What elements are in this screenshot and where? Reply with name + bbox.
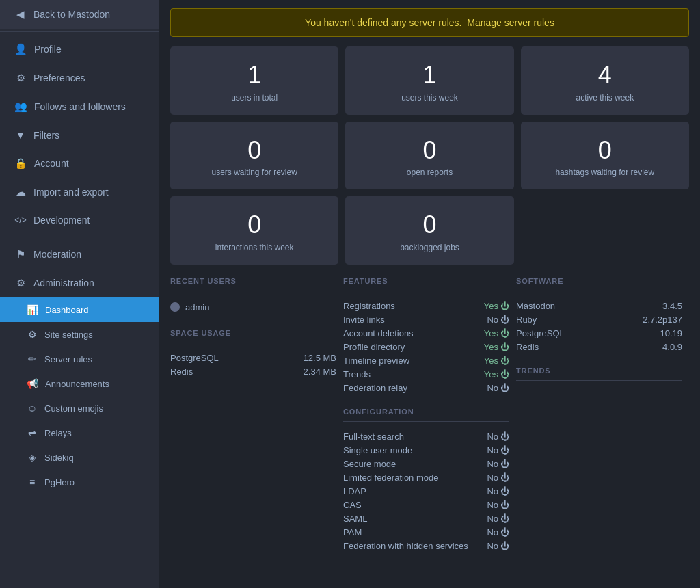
sidebar-item-label: Site settings — [44, 330, 93, 340]
software-name: Ruby — [516, 315, 537, 325]
config-name: PAM — [343, 527, 487, 537]
sidebar-item-label: Relays — [44, 428, 72, 438]
sidebar-item-filters[interactable]: ▼ Filters — [0, 121, 159, 149]
sidebar-item-site-settings[interactable]: ⚙ Site settings — [0, 322, 159, 347]
config-row: CAS No ⏻ — [343, 498, 509, 512]
stat-card-users-total: 1 users in total — [170, 46, 338, 115]
import-export-icon: ☁ — [14, 186, 27, 198]
manage-server-rules-link[interactable]: Manage server rules — [467, 17, 554, 28]
stat-card-open-reports: 0 open reports — [345, 122, 513, 190]
config-value: No ⏻ — [487, 527, 509, 537]
sidebar-item-server-rules[interactable]: ✏ Server rules — [0, 347, 159, 371]
feature-row: Invite links No ⏻ — [343, 313, 509, 327]
sidebar-item-label: Import and export — [33, 187, 109, 198]
config-row: Full-text search No ⏻ — [343, 430, 509, 444]
sidebar-item-relays[interactable]: ⇌ Relays — [0, 420, 159, 445]
sidebar-item-profile[interactable]: 👤 Profile — [0, 35, 159, 64]
sidebar-item-label: Profile — [34, 44, 62, 55]
middle-section: FEATURES Registrations Yes ⏻ Invite link… — [343, 277, 516, 581]
bottom-section: RECENT USERS admin SPACE USAGE PostgreSQ… — [159, 269, 700, 588]
stat-number: 0 — [422, 137, 436, 164]
config-row: LDAP No ⏻ — [343, 485, 509, 498]
profile-icon: 👤 — [14, 43, 27, 55]
sidebar-item-pghero[interactable]: ≡ PgHero — [0, 470, 159, 494]
sidebar-section-administration[interactable]: ⚙ Administration — [0, 269, 159, 297]
stat-card-users-week: 1 users this week — [345, 46, 513, 115]
feature-value: Yes ⏻ — [484, 342, 509, 352]
stat-label: users waiting for review — [211, 168, 297, 177]
sidebar-item-dashboard[interactable]: 📊 Dashboard — [0, 297, 159, 322]
sidebar-item-account[interactable]: 🔒 Account — [0, 149, 159, 178]
stat-number: 0 — [247, 137, 261, 164]
back-to-mastodon[interactable]: ◀ Back to Mastodon — [0, 0, 159, 29]
feature-name: Account deletions — [343, 328, 484, 338]
software-version: 10.19 — [660, 328, 682, 338]
feature-row: Account deletions Yes ⏻ — [343, 327, 509, 340]
feature-name: Trends — [343, 369, 484, 379]
config-list: Full-text search No ⏻ Single user mode N… — [343, 430, 509, 553]
sidebar-item-preferences[interactable]: ⚙ Preferences — [0, 64, 159, 92]
trends-title: TRENDS — [516, 366, 682, 381]
config-row: PAM No ⏻ — [343, 526, 509, 539]
space-usage-title: SPACE USAGE — [170, 329, 336, 343]
follows-icon: 👥 — [14, 101, 27, 113]
feature-row: Profile directory Yes ⏻ — [343, 340, 509, 354]
sidebar-item-label: Announcements — [45, 379, 109, 389]
software-row: Ruby 2.7.2p137 — [516, 313, 682, 327]
config-row: Secure mode No ⏻ — [343, 457, 509, 471]
announcements-icon: 📢 — [27, 378, 38, 389]
stat-label: interactions this week — [215, 243, 294, 252]
stat-number: 4 — [598, 62, 612, 89]
sidebar-item-import-export[interactable]: ☁ Import and export — [0, 178, 159, 206]
feature-value: No ⏻ — [487, 383, 509, 393]
recent-users-block: RECENT USERS admin — [170, 277, 343, 315]
stat-label: open reports — [407, 168, 453, 177]
sidebar: ◀ Back to Mastodon 👤 Profile ⚙ Preferenc… — [0, 0, 159, 588]
right-section: SOFTWARE Mastodon 3.4.5 Ruby 2.7.2p137 P… — [516, 277, 689, 581]
config-row: Limited federation mode No ⏻ — [343, 471, 509, 485]
sidebar-item-follows[interactable]: 👥 Follows and followers — [0, 92, 159, 121]
features-list: Registrations Yes ⏻ Invite links No ⏻ Ac… — [343, 299, 509, 395]
stat-number: 1 — [422, 62, 436, 89]
feature-name: Invite links — [343, 315, 487, 325]
software-version: 3.4.5 — [662, 301, 682, 311]
software-row: PostgreSQL 10.19 — [516, 327, 682, 340]
stats-grid: 1 users in total 1 users this week 4 act… — [159, 37, 700, 269]
user-name[interactable]: admin — [185, 302, 209, 312]
alert-banner: You haven't defined any server rules. Ma… — [170, 8, 689, 37]
config-name: Single user mode — [343, 445, 487, 455]
sidebar-item-label: Development — [33, 215, 90, 226]
config-row: Single user mode No ⏻ — [343, 444, 509, 457]
relays-icon: ⇌ — [27, 427, 38, 438]
pghero-icon: ≡ — [27, 477, 38, 487]
software-name: PostgreSQL — [516, 328, 565, 338]
software-title: SOFTWARE — [516, 277, 682, 291]
feature-row: Registrations Yes ⏻ — [343, 299, 509, 313]
software-version: 4.0.9 — [662, 342, 682, 352]
sidebar-item-development[interactable]: </> Development — [0, 206, 159, 234]
sidebar-item-custom-emojis[interactable]: ☺ Custom emojis — [0, 396, 159, 420]
space-row: PostgreSQL 12.5 MB — [170, 351, 336, 365]
stat-card-waiting-review: 0 users waiting for review — [170, 122, 338, 190]
custom-emojis-icon: ☺ — [27, 403, 38, 414]
administration-icon: ⚙ — [14, 277, 27, 289]
config-value: No ⏻ — [487, 486, 509, 496]
sidebar-item-label: Sidekiq — [44, 453, 74, 463]
dashboard-icon: 📊 — [27, 304, 38, 315]
space-value: 12.5 MB — [304, 353, 336, 363]
stat-number: 0 — [247, 211, 261, 239]
preferences-icon: ⚙ — [14, 72, 27, 84]
sidebar-item-announcements[interactable]: 📢 Announcements — [0, 371, 159, 396]
back-icon: ◀ — [14, 8, 27, 21]
feature-value: Yes ⏻ — [484, 356, 509, 366]
sidebar-section-moderation[interactable]: ⚑ Moderation — [0, 240, 159, 269]
sidebar-item-label: Moderation — [33, 249, 81, 260]
stat-label: backlogged jobs — [400, 243, 459, 252]
sidekiq-icon: ◈ — [27, 452, 38, 463]
space-row: Redis 2.34 MB — [170, 365, 336, 379]
sidebar-item-label: Account — [34, 158, 69, 169]
stat-label: users in total — [231, 93, 278, 103]
sidebar-item-sidekiq[interactable]: ◈ Sidekiq — [0, 445, 159, 470]
config-value: No ⏻ — [487, 445, 509, 455]
config-value: No ⏻ — [487, 500, 509, 510]
